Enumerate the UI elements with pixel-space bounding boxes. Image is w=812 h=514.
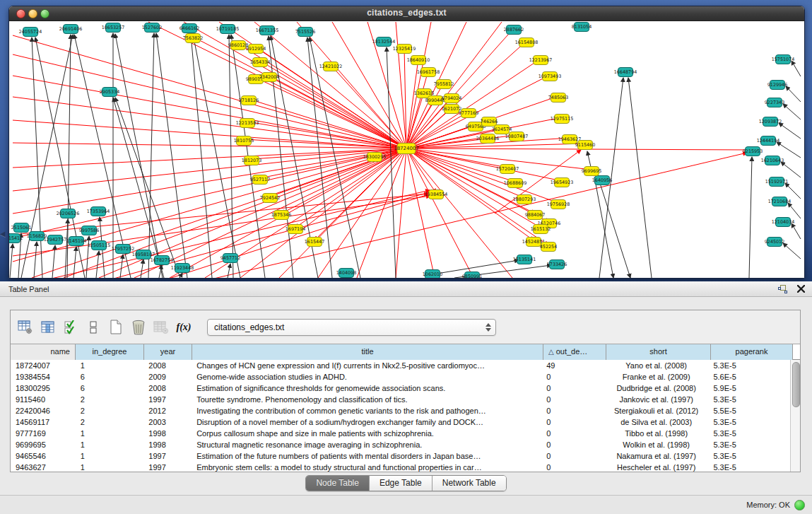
delete-column-icon[interactable] bbox=[151, 317, 172, 337]
graph-node[interactable]: 20691406 bbox=[59, 25, 83, 34]
graph-node[interactable]: 2887662 bbox=[504, 25, 524, 35]
graph-node[interactable]: 6850991 bbox=[462, 272, 482, 279]
graph-node[interactable]: 8131054 bbox=[572, 23, 592, 32]
graph-node[interactable]: 10973493 bbox=[539, 72, 562, 81]
graph-node[interactable]: 9227343 bbox=[765, 98, 784, 107]
graph-node[interactable]: 2718126 bbox=[239, 96, 259, 105]
delete-table-icon[interactable] bbox=[128, 317, 149, 337]
table-row[interactable]: 1938455462009Genome-wide association stu… bbox=[11, 371, 790, 382]
column-header-name[interactable]: name bbox=[11, 344, 76, 360]
graph-node[interactable]: 11923448 bbox=[171, 264, 194, 273]
graph-node[interactable]: 1527602 bbox=[142, 23, 162, 33]
column-header-out-de-[interactable]: △out_de… bbox=[543, 344, 606, 360]
graph-node[interactable]: 16671355 bbox=[256, 26, 279, 35]
graph-node[interactable]: 10807487 bbox=[505, 132, 529, 141]
network-table-select[interactable]: citations_edges.txt bbox=[207, 319, 496, 336]
graph-node[interactable]: 1733426 bbox=[547, 260, 567, 269]
tab-network-table[interactable]: Network Table bbox=[433, 476, 506, 491]
graph-node[interactable]: 12093872 bbox=[759, 117, 782, 127]
graph-node[interactable]: 1615447 bbox=[305, 238, 324, 247]
graph-node[interactable]: 3624574 bbox=[492, 125, 512, 134]
column-settings-icon[interactable] bbox=[37, 317, 59, 337]
graph-node[interactable]: 2515061 bbox=[11, 223, 31, 233]
column-header-title[interactable]: title bbox=[192, 344, 543, 360]
graph-node[interactable]: 24055724 bbox=[19, 28, 42, 37]
graph-node[interactable]: 5912954 bbox=[246, 45, 266, 54]
table-settings-icon[interactable] bbox=[15, 317, 36, 337]
table-row[interactable]: 1830029562008Estimation of significance … bbox=[11, 382, 790, 394]
graph-node[interactable]: 1615132 bbox=[531, 225, 551, 234]
graph-node[interactable]: 16961758 bbox=[417, 68, 440, 77]
graph-node[interactable]: 12104034 bbox=[772, 218, 795, 227]
graph-node[interactable]: 18807293 bbox=[513, 195, 536, 204]
graph-node[interactable]: 19654923 bbox=[551, 178, 574, 187]
graph-node[interactable]: 18640910 bbox=[407, 56, 430, 65]
graph-node[interactable]: 10719185 bbox=[216, 25, 240, 34]
graph-node[interactable]: 20206526 bbox=[57, 209, 80, 218]
column-header-short[interactable]: short bbox=[606, 344, 711, 360]
graph-node[interactable]: 1654334 bbox=[250, 58, 270, 67]
graph-node[interactable]: 7515526 bbox=[295, 28, 315, 37]
graph-node[interactable]: 17353964 bbox=[87, 207, 110, 216]
table-row[interactable]: 911546021997Tourette syndrome. Phenomeno… bbox=[11, 394, 790, 405]
graph-node[interactable]: 9115460 bbox=[575, 141, 595, 150]
graph-node[interactable]: 16210643 bbox=[761, 156, 784, 165]
graph-node[interactable]: 19384554 bbox=[425, 190, 448, 199]
graph-node[interactable]: 12444194 bbox=[757, 136, 780, 146]
graph-node[interactable]: 7924542 bbox=[260, 194, 280, 203]
table-row[interactable]: 946362711997Embryonic stem cells: a mode… bbox=[11, 462, 790, 472]
table-row[interactable]: 1872400712008Changes of HCN gene express… bbox=[11, 360, 790, 371]
table-row[interactable]: 2242004622012Investigating the contribut… bbox=[11, 405, 790, 416]
graph-node[interactable]: 12975115 bbox=[551, 115, 574, 124]
column-header-in-degree[interactable]: in_degree bbox=[76, 344, 144, 360]
graph-node[interactable]: 2342004 bbox=[259, 73, 279, 82]
graph-node[interactable]: 1812073 bbox=[242, 156, 261, 165]
graph-node[interactable]: 17210684 bbox=[768, 197, 792, 206]
graph-node[interactable]: 18132544 bbox=[372, 37, 396, 47]
graph-node[interactable]: 10653257 bbox=[102, 23, 125, 33]
table-row[interactable]: 1456911722003Disruption of a novel membe… bbox=[11, 416, 790, 428]
graph-node[interactable]: 12505115 bbox=[88, 241, 111, 250]
graph-node[interactable]: 15135141 bbox=[513, 255, 536, 264]
graph-node[interactable]: 9699695 bbox=[582, 167, 601, 176]
close-panel-icon[interactable] bbox=[795, 284, 806, 294]
graph-node[interactable]: 7563822 bbox=[183, 34, 203, 43]
memory-status-dot-icon[interactable] bbox=[794, 500, 805, 510]
graph-node[interactable]: 9997586 bbox=[79, 226, 99, 235]
vertical-scrollbar[interactable] bbox=[790, 360, 800, 472]
row-height-icon[interactable] bbox=[83, 317, 104, 337]
graph-node[interactable]: 12942757 bbox=[44, 235, 67, 245]
graph-node[interactable]: 1697194 bbox=[286, 225, 305, 234]
graph-node[interactable]: 1640956 bbox=[592, 176, 612, 185]
scrollbar-thumb[interactable] bbox=[792, 362, 800, 407]
graph-node[interactable]: 10688609 bbox=[504, 179, 527, 188]
table-row[interactable]: 969969511998Structural magnetic resonanc… bbox=[11, 439, 790, 450]
graph-node[interactable]: 1404098 bbox=[336, 269, 356, 278]
graph-node[interactable]: 9215953 bbox=[743, 147, 763, 156]
graph-hub-node[interactable]: 18724007 bbox=[394, 144, 419, 154]
graph-node[interactable]: 1875346 bbox=[271, 211, 291, 220]
graph-node[interactable]: 9129946 bbox=[767, 81, 787, 90]
tab-node-table[interactable]: Node Table bbox=[306, 476, 370, 491]
float-panel-icon[interactable] bbox=[777, 284, 788, 294]
graph-node[interactable]: 12213967 bbox=[529, 56, 553, 65]
graph-node[interactable]: 6794024 bbox=[442, 94, 461, 103]
tab-edge-table[interactable]: Edge Table bbox=[370, 476, 433, 491]
graph-node[interactable]: 15751074 bbox=[772, 55, 795, 64]
network-window-titlebar[interactable]: citations_edges.txt bbox=[9, 6, 804, 21]
graph-node[interactable]: 20364486 bbox=[476, 134, 500, 144]
graph-node[interactable]: 746266 bbox=[481, 117, 498, 127]
function-builder-icon[interactable]: f(x) bbox=[173, 317, 194, 337]
graph-node[interactable]: 12325419 bbox=[393, 45, 416, 54]
graph-node[interactable]: 7955812 bbox=[434, 80, 454, 89]
graph-node[interactable]: 1062010 bbox=[423, 270, 442, 279]
graph-node[interactable]: 2905334 bbox=[100, 88, 119, 97]
table-row[interactable]: 946554611997Estimation of the future num… bbox=[11, 450, 790, 462]
graph-node[interactable]: 9527117 bbox=[250, 175, 270, 185]
column-header-year[interactable]: year bbox=[144, 344, 192, 360]
new-table-icon[interactable] bbox=[105, 317, 126, 337]
graph-node[interactable]: 9777169 bbox=[459, 109, 478, 118]
graph-node[interactable]: 1810755 bbox=[234, 136, 254, 146]
select-rows-icon[interactable] bbox=[60, 317, 81, 337]
graph-node[interactable]: 9245012 bbox=[765, 238, 784, 247]
